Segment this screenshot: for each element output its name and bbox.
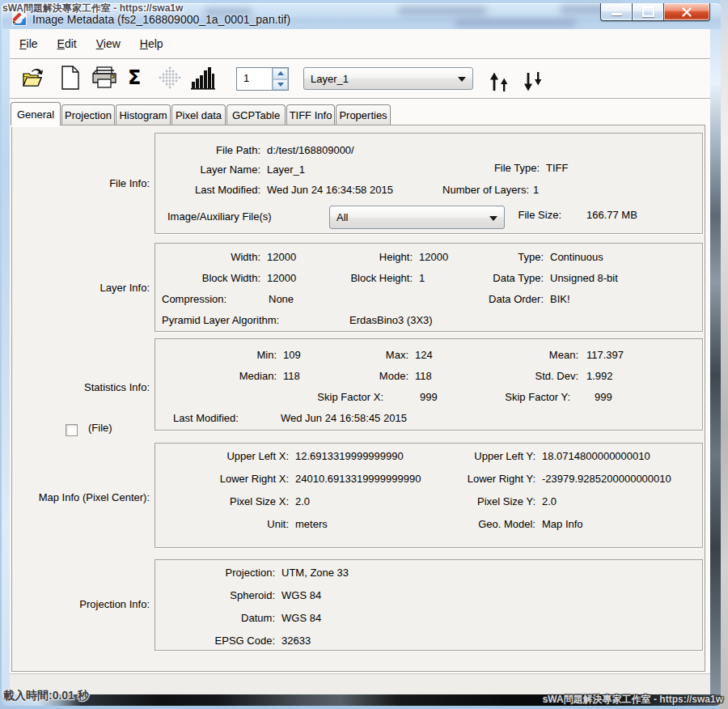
spinner-up-button[interactable] [273, 68, 288, 79]
tab-pixel-data[interactable]: Pixel data [171, 104, 226, 125]
statistics-icon[interactable]: Σ [128, 68, 141, 87]
background-smudge [455, 19, 576, 27]
tab-tiff-info[interactable]: TIFF Info [286, 104, 335, 125]
skip-factor-x-label: Skip Factor X: [303, 391, 383, 404]
desktop-background-right [720, 0, 728, 709]
spheroid-label: Spheroid: [178, 589, 275, 602]
tab-properties[interactable]: Properties [336, 104, 391, 125]
dropdown-arrow-icon [458, 77, 466, 82]
layer-number-value: 1 [237, 68, 272, 90]
file-statistics-checkbox[interactable] [66, 424, 78, 436]
compression-label: Compression: [162, 293, 226, 306]
std-dev-value: 1.992 [586, 370, 613, 383]
image-metadata-window: Image Metadata (fs2_168809000_1a_0001_pa… [2, 3, 721, 706]
geo-model-value: Map Info [542, 518, 583, 531]
compression-value: None [269, 293, 294, 306]
epsg-code-value: 32633 [281, 635, 311, 647]
file-info-group: File Path: d:/test/168809000/ Layer Name… [154, 133, 703, 234]
max-value: 124 [415, 349, 433, 362]
min-value: 109 [283, 349, 301, 362]
skip-factor-y-value: 999 [595, 391, 612, 404]
height-label: Height: [332, 251, 413, 264]
maximize-icon [642, 6, 654, 17]
tab-projection[interactable]: Projection [61, 104, 115, 125]
spinner-down-button[interactable] [273, 79, 288, 91]
datum-label: Datum: [178, 612, 275, 625]
pixel-size-y-value: 2.0 [542, 495, 557, 508]
spinner-buttons [272, 68, 288, 90]
menu-view[interactable]: View [87, 37, 130, 50]
menu-help[interactable]: Help [130, 37, 173, 50]
upper-left-y-value: 18.0714800000000010 [542, 450, 650, 463]
projection-label: Projection: [178, 567, 275, 580]
window-client-area: File Edit View Help [10, 29, 710, 694]
block-height-label: Block Height: [332, 272, 413, 285]
tab-gcp-table[interactable]: GCPTable [226, 104, 286, 125]
median-label: Median: [180, 370, 277, 383]
pyramid-algorithm-value: ErdasBino3 (3X3) [349, 314, 433, 327]
unit-label: Unit: [192, 518, 289, 531]
block-width-value: 12000 [267, 272, 296, 285]
aux-files-dropdown[interactable]: All [329, 206, 505, 229]
status-bar [10, 673, 710, 694]
aux-files-value: All [336, 211, 348, 223]
width-value: 12000 [267, 251, 296, 264]
file-type-value: TIFF [546, 162, 568, 175]
watermark-bottom-right: sWA問題解決專家工作室 - https://swa1w [543, 693, 723, 707]
layer-name-value: Layer_1 [267, 163, 305, 176]
general-tab-page: File Info: Layer Info: Statistics Info: … [11, 125, 705, 672]
lower-right-x-value: 24010.6913319999999990 [295, 473, 421, 486]
upper-left-x-label: Upper Left X: [192, 450, 289, 463]
layer-number-spinner[interactable]: 1 [236, 67, 289, 91]
map-info-group: Upper Left X: 12.6913319999999990 Upper … [154, 443, 703, 548]
histogram-icon[interactable] [190, 65, 216, 91]
watermark-top: sWA問題解決專家工作室 - https://swa1w [2, 2, 183, 15]
number-of-layers-label: Number of Layers: [408, 184, 529, 197]
layer-select-value: Layer_1 [311, 73, 349, 85]
type-label: Type: [463, 251, 544, 264]
minimize-button[interactable] [600, 3, 633, 21]
type-value: Continuous [550, 251, 603, 264]
file-size-value: 166.77 MB [586, 209, 637, 222]
mean-value: 117.397 [586, 349, 624, 362]
menu-edit[interactable]: Edit [48, 37, 87, 50]
data-order-label: Data Order: [463, 293, 544, 306]
data-type-value: Unsigned 8-bit [550, 272, 618, 285]
spheroid-value: WGS 84 [281, 589, 321, 602]
menu-file[interactable]: File [10, 37, 48, 50]
pyramid-layers-icon[interactable] [158, 66, 182, 90]
projection-info-group-label: Projection Info: [12, 598, 150, 610]
goto-bottom-layer-icon[interactable] [522, 71, 546, 92]
skip-factor-x-value: 999 [420, 391, 438, 404]
pixel-size-x-label: Pixel Size X: [192, 495, 289, 508]
mean-label: Mean: [497, 349, 578, 362]
close-button[interactable] [664, 3, 710, 21]
desktop: Image Metadata (fs2_168809000_1a_0001_pa… [0, 0, 728, 709]
file-size-label: File Size: [480, 209, 561, 222]
toolbar: Σ [10, 60, 710, 99]
maximize-button[interactable] [633, 3, 664, 21]
file-statistics-checkbox-label: (File) [88, 422, 112, 434]
tab-histogram[interactable]: Histogram [116, 104, 171, 125]
window-controls [600, 3, 710, 21]
background-smudge [398, 6, 487, 15]
statistics-info-group: Min: 109 Max: 124 Mean: 117.397 Median: … [154, 338, 703, 431]
file-path-label: File Path: [163, 144, 260, 157]
tab-general[interactable]: General [11, 102, 61, 125]
block-width-label: Block Width: [163, 272, 260, 285]
pixel-size-x-value: 2.0 [295, 495, 310, 508]
stats-last-modified-label: Last Modified: [173, 412, 239, 425]
up-arrow-icon [277, 71, 284, 75]
goto-top-layer-icon[interactable] [488, 71, 512, 92]
pixel-size-y-label: Pixel Size Y: [438, 495, 535, 508]
pyramid-algorithm-label: Pyramid Layer Algorithm: [162, 314, 279, 327]
last-modified-value: Wed Jun 24 16:34:58 2015 [267, 184, 393, 197]
upper-left-y-label: Upper Left Y: [438, 450, 535, 463]
unit-value: meters [295, 518, 328, 531]
open-file-icon[interactable] [20, 66, 44, 89]
layer-select-dropdown[interactable]: Layer_1 [303, 67, 473, 90]
lower-right-y-label: Lower Right Y: [438, 473, 535, 486]
print-icon[interactable] [91, 66, 117, 89]
new-file-icon[interactable] [61, 66, 80, 90]
lower-right-y-value: -23979.9285200000000010 [542, 473, 671, 486]
